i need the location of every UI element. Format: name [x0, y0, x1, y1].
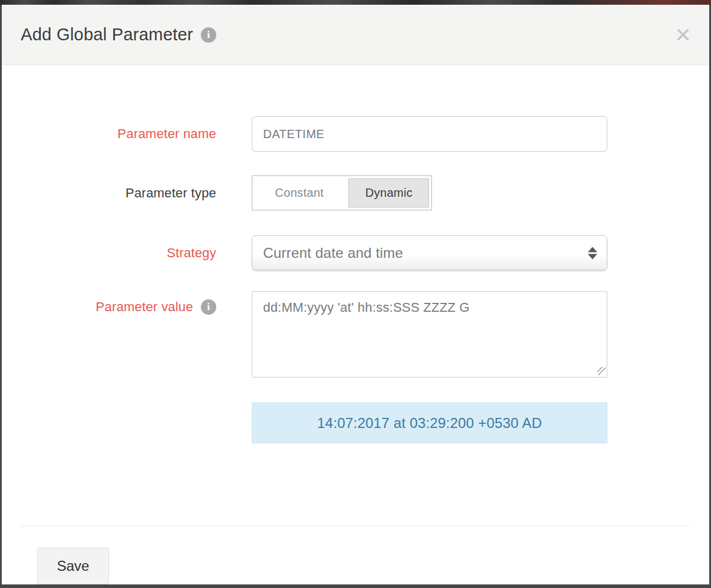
- parameter-name-label: Parameter name: [2, 116, 216, 152]
- parameter-value-label: Parameter value: [96, 299, 193, 315]
- parameter-value-label-group: Parameter value i: [2, 291, 216, 378]
- footer-divider: [21, 526, 690, 526]
- parameter-value-preview: 14:07:2017 at 03:29:200 +0530 AD: [252, 402, 607, 443]
- parameter-type-label: Parameter type: [2, 175, 216, 210]
- close-icon[interactable]: ✕: [675, 25, 692, 45]
- parameter-name-row: Parameter name: [2, 116, 709, 152]
- parameter-value-textarea[interactable]: dd:MM:yyyy 'at' hh:ss:SSS ZZZZ G: [252, 291, 607, 378]
- title-info-icon[interactable]: i: [201, 27, 216, 43]
- add-global-parameter-modal: Add Global Parameter i ✕ Parameter name …: [2, 5, 709, 584]
- modal-header: Add Global Parameter i ✕: [2, 5, 709, 65]
- parameter-value-row: Parameter value i dd:MM:yyyy 'at' hh:ss:…: [2, 291, 709, 378]
- toggle-option-constant[interactable]: Constant: [252, 176, 346, 210]
- toggle-option-dynamic[interactable]: Dynamic: [348, 178, 429, 207]
- strategy-selected-value: Current date and time: [263, 245, 403, 261]
- save-button[interactable]: Save: [37, 548, 109, 584]
- strategy-row: Strategy Current date and time: [2, 235, 709, 270]
- strategy-label: Strategy: [2, 235, 216, 270]
- select-updown-icon: [588, 247, 597, 259]
- parameter-value-info-icon[interactable]: i: [201, 299, 216, 315]
- strategy-select[interactable]: Current date and time: [252, 235, 607, 270]
- parameter-type-row: Parameter type Constant Dynamic: [2, 175, 709, 210]
- modal-footer: Save: [2, 526, 709, 584]
- modal-title: Add Global Parameter: [21, 25, 193, 44]
- parameter-type-toggle: Constant Dynamic: [252, 175, 432, 210]
- parameter-name-input[interactable]: [252, 116, 607, 152]
- modal-body: Parameter name Parameter type Constant D…: [2, 65, 709, 526]
- preview-text: 14:07:2017 at 03:29:200 +0530 AD: [317, 415, 542, 432]
